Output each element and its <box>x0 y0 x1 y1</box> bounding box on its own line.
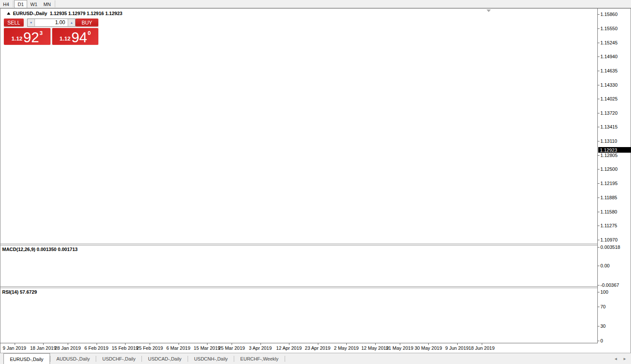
axis-tick <box>598 326 600 326</box>
date-tick <box>346 343 347 345</box>
period-button-d1[interactable]: D1 <box>14 0 27 8</box>
date-tick <box>150 343 150 345</box>
date-label: 25 Feb 2019 <box>136 345 163 351</box>
symbol-tab-usdchf[interactable]: USDCHF-,Daily <box>96 353 141 364</box>
axis-tick <box>598 141 600 141</box>
symbol-tab-eurusd[interactable]: EURUSD-,Daily <box>3 353 50 364</box>
axis-tick <box>598 113 600 113</box>
chart-shift-marker-icon[interactable] <box>487 9 491 12</box>
trading-platform-window: { "toolbar": { "periods": [ {"label": "H… <box>0 0 631 364</box>
date-tick <box>428 343 429 345</box>
symbol-period-label: EURUSD-,Daily <box>13 11 47 16</box>
rsi-panel-divider[interactable] <box>0 288 597 288</box>
macd-axis-label: -0.00367 <box>600 282 619 288</box>
toolbar-separator <box>13 0 13 7</box>
volume-decrease-icon[interactable]: ▼ <box>28 19 35 26</box>
macd-axis-label: 0.00 <box>600 263 609 268</box>
price-axis-label: 1.12195 <box>600 181 618 186</box>
date-tick <box>125 343 126 345</box>
price-axis-label: 1.15245 <box>600 40 618 45</box>
macd-panel-divider[interactable] <box>0 244 597 244</box>
price-axis-label: 1.15550 <box>600 26 618 31</box>
axis-tick <box>598 56 600 57</box>
date-label: 9 Jun 2019 <box>445 345 468 351</box>
symbol-tab-bar: EURUSD-,DailyAUDUSD-,DailyUSDCHF-,DailyU… <box>0 353 631 364</box>
axis-tick <box>598 155 600 156</box>
symbol-tab-usdcnh[interactable]: USDCNH-,Daily <box>188 353 234 364</box>
tab-scroll-right-icon[interactable]: ► <box>623 357 627 361</box>
toolbar-separator <box>55 0 55 7</box>
collapse-panel-icon[interactable] <box>7 12 10 15</box>
price-axis-label: 1.11580 <box>600 209 617 214</box>
axis-tick <box>598 212 600 212</box>
date-label: 30 May 2019 <box>414 345 442 351</box>
date-label: 15 Feb 2019 <box>112 345 138 351</box>
period-button-w1[interactable]: W1 <box>27 0 41 8</box>
date-label: 6 Feb 2019 <box>85 345 109 351</box>
date-label: 25 Mar 2019 <box>218 345 245 351</box>
date-tick <box>68 343 68 345</box>
buy-price-display[interactable]: 1.12 94 0 <box>52 28 99 45</box>
chart-title: EURUSD-,Daily 1.12935 1.12979 1.12916 1.… <box>7 11 122 16</box>
date-tick <box>375 343 376 345</box>
axis-tick <box>598 169 600 169</box>
axis-tick <box>598 341 600 341</box>
sell-button[interactable]: SELL <box>4 19 24 27</box>
date-label: 23 Apr 2019 <box>305 345 330 351</box>
macd-panel-divider[interactable] <box>0 245 597 245</box>
date-label: 18 Jun 2019 <box>468 345 495 351</box>
tab-scroll-left-icon[interactable]: ◄ <box>614 357 618 361</box>
volume-increase-icon[interactable]: ▲ <box>68 19 75 26</box>
axis-tick <box>598 285 600 286</box>
date-tick <box>261 343 261 345</box>
macd-label: MACD(12,26,9) 0.001350 0.001713 <box>2 247 78 252</box>
rsi-panel-divider[interactable] <box>0 286 597 287</box>
price-axis-label: 1.13415 <box>600 124 618 129</box>
volume-stepper: ▼ 1.00 ▲ <box>27 19 75 27</box>
date-tick <box>457 343 458 345</box>
axis-tick <box>598 198 600 198</box>
rsi-axis-label: 0 <box>600 338 603 343</box>
one-click-trading-panel: SELL ▼ 1.00 ▲ BUY 1.12 92 3 1.12 94 0 <box>3 18 99 45</box>
price-axis-label: 1.12805 <box>600 153 618 158</box>
date-label: 28 Jan 2019 <box>55 345 81 351</box>
buy-price-big-digits: 94 <box>71 31 87 44</box>
price-axis-label: 1.14940 <box>600 54 618 59</box>
date-label: 12 May 2019 <box>361 345 389 351</box>
date-tick <box>15 343 15 345</box>
axis-tick <box>598 226 600 226</box>
sell-price-prefix: 1.12 <box>12 35 22 42</box>
axis-tick <box>598 266 600 266</box>
date-tick <box>97 343 97 345</box>
axis-tick <box>598 240 600 240</box>
date-label: 12 Apr 2019 <box>276 345 301 351</box>
date-label: 2 May 2019 <box>334 345 358 351</box>
sell-price-display[interactable]: 1.12 92 3 <box>4 28 50 45</box>
rsi-axis-label: 100 <box>600 289 608 295</box>
rsi-axis-label: 70 <box>600 304 606 309</box>
price-axis-label: 1.14330 <box>600 82 618 88</box>
axis-tick <box>598 43 600 43</box>
price-axis-label: 1.11885 <box>600 195 617 200</box>
date-label: 15 Mar 2019 <box>194 345 220 351</box>
price-axis-label: 1.13720 <box>600 110 618 116</box>
symbol-tab-eurchf[interactable]: EURCHF-,Weekly <box>234 353 284 364</box>
period-button-mn[interactable]: MN <box>41 0 54 8</box>
ohlc-values: 1.12935 1.12979 1.12916 1.12923 <box>50 11 122 16</box>
axis-tick <box>598 183 600 184</box>
date-tick <box>289 343 289 345</box>
tab-separator <box>285 356 285 362</box>
buy-button[interactable]: BUY <box>75 19 98 27</box>
symbol-tab-audusd[interactable]: AUDUSD-,Daily <box>50 353 96 364</box>
macd-axis-label: 0.003518 <box>600 245 620 250</box>
period-button-h4[interactable]: H4 <box>0 0 12 8</box>
buy-price-pipette: 0 <box>88 30 91 36</box>
date-tick <box>207 343 207 345</box>
date-tick <box>232 343 232 345</box>
date-tick <box>43 343 44 345</box>
price-axis-label: 1.11275 <box>600 223 617 228</box>
date-tick <box>482 343 482 345</box>
rsi-label: RSI(14) 57.6729 <box>2 289 37 295</box>
symbol-tab-usdcad[interactable]: USDCAD-,Daily <box>142 353 188 364</box>
volume-input[interactable]: 1.00 <box>35 19 68 26</box>
